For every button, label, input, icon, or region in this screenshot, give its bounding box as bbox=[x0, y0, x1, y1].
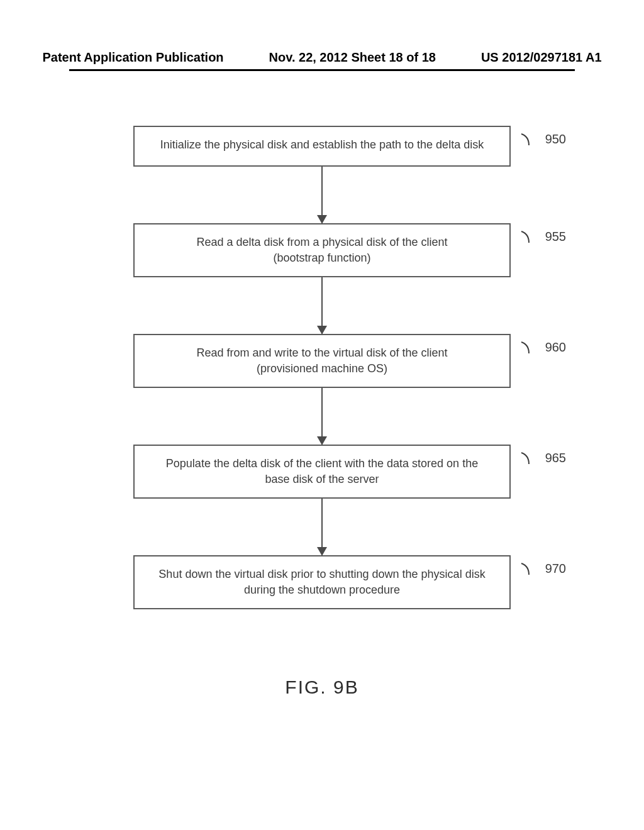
node-text-line2: during the shutdown procedure bbox=[145, 584, 499, 597]
flowchart: Initialize the physical disk and establi… bbox=[0, 126, 644, 609]
page: Patent Application Publication Nov. 22, … bbox=[0, 0, 644, 830]
ref-label: 960 bbox=[520, 340, 566, 355]
ref-label: 970 bbox=[520, 562, 566, 576]
flow-node-950: Initialize the physical disk and establi… bbox=[133, 126, 511, 167]
ref-number: 970 bbox=[545, 562, 566, 576]
flow-arrow bbox=[321, 167, 323, 223]
ref-tick-icon bbox=[520, 341, 541, 355]
ref-tick-icon bbox=[520, 451, 541, 465]
ref-number: 965 bbox=[545, 451, 566, 465]
ref-label: 950 bbox=[520, 132, 566, 147]
flow-arrow bbox=[321, 388, 323, 445]
ref-number: 950 bbox=[545, 132, 566, 147]
ref-tick-icon bbox=[520, 230, 541, 244]
node-text: Read a delta disk from a physical disk o… bbox=[196, 236, 447, 248]
header-gap bbox=[453, 50, 464, 65]
page-header: Patent Application Publication Nov. 22, … bbox=[0, 50, 644, 65]
header-center: Nov. 22, 2012 Sheet 18 of 18 bbox=[269, 50, 436, 65]
ref-tick-icon bbox=[520, 562, 541, 576]
header-right: US 2012/0297181 A1 bbox=[481, 50, 602, 65]
header-left: Patent Application Publication bbox=[42, 50, 223, 65]
node-text-line2: base disk of the server bbox=[145, 473, 499, 486]
node-text: Initialize the physical disk and establi… bbox=[160, 138, 484, 151]
node-text: Populate the delta disk of the client wi… bbox=[166, 457, 478, 470]
flow-node-960: Read from and write to the virtual disk … bbox=[133, 334, 511, 388]
header-rule bbox=[69, 69, 575, 71]
figure-caption: FIG. 9B bbox=[0, 677, 644, 698]
flow-node-965: Populate the delta disk of the client wi… bbox=[133, 445, 511, 499]
node-text: Read from and write to the virtual disk … bbox=[196, 346, 447, 359]
header-gap bbox=[242, 50, 252, 65]
flow-node-970: Shut down the virtual disk prior to shut… bbox=[133, 555, 511, 609]
flow-node-955: Read a delta disk from a physical disk o… bbox=[133, 223, 511, 277]
flow-arrow bbox=[321, 277, 323, 334]
flow-arrow bbox=[321, 499, 323, 555]
ref-label: 965 bbox=[520, 451, 566, 465]
ref-tick-icon bbox=[520, 133, 541, 147]
node-text-line2: (bootstrap function) bbox=[145, 252, 499, 265]
node-text: Shut down the virtual disk prior to shut… bbox=[158, 568, 485, 580]
node-text-line2: (provisioned machine OS) bbox=[145, 362, 499, 375]
ref-label: 955 bbox=[520, 230, 566, 244]
ref-number: 955 bbox=[545, 230, 566, 244]
ref-number: 960 bbox=[545, 340, 566, 355]
